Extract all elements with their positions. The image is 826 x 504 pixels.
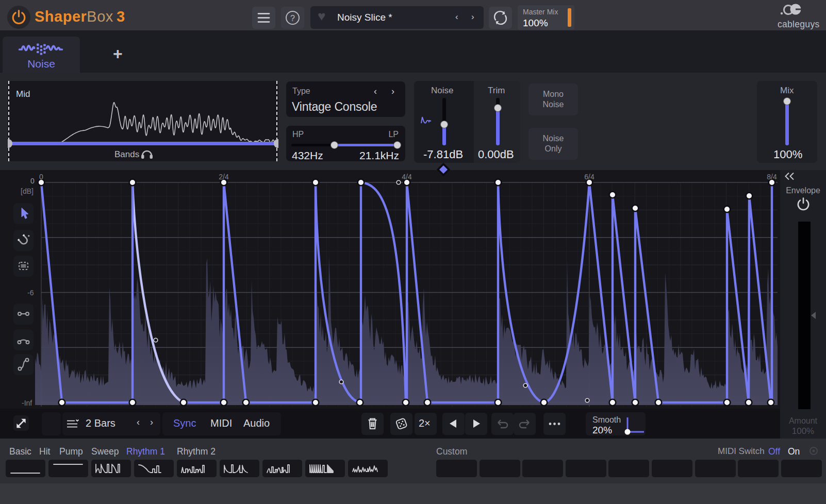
svg-text:?: ? xyxy=(290,14,295,23)
